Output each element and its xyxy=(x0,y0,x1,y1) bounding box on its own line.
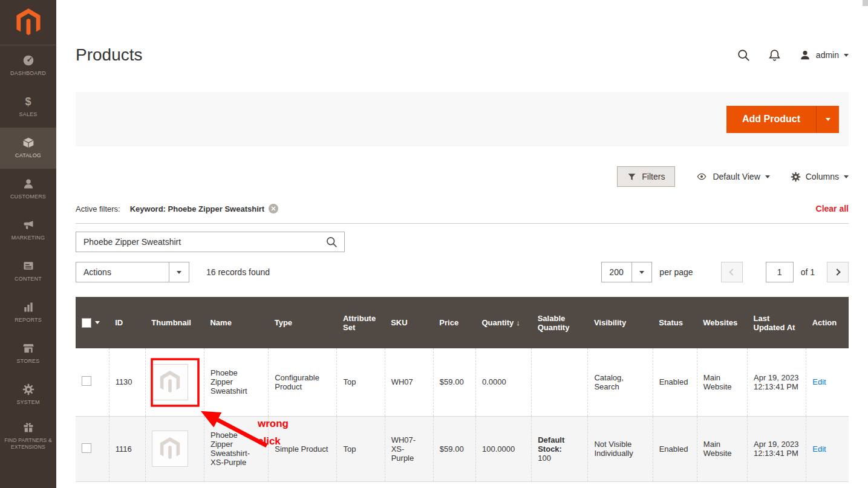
search-submit-icon[interactable] xyxy=(319,236,344,248)
sidebar-item-content[interactable]: CONTENT xyxy=(0,251,56,292)
eye-icon xyxy=(696,172,708,181)
column-header-price[interactable]: Price xyxy=(433,297,475,348)
search-input[interactable] xyxy=(76,237,319,247)
search-row xyxy=(76,232,849,252)
per-page-value: 200 xyxy=(602,262,631,282)
previous-page-button[interactable] xyxy=(721,262,743,282)
column-header-last-updated[interactable]: Last Updated At xyxy=(748,297,806,348)
sidebar-item-customers[interactable]: CUSTOMERS xyxy=(0,169,56,210)
product-thumbnail[interactable] xyxy=(152,364,188,400)
sidebar-item-find-partners[interactable]: FIND PARTNERS & EXTENSIONS xyxy=(0,415,56,457)
divider xyxy=(76,223,849,224)
total-pages-text: of 1 xyxy=(801,267,815,277)
catalog-icon xyxy=(22,137,34,149)
actions-select[interactable]: Actions xyxy=(76,262,189,282)
salable-stock-label: Default Stock: xyxy=(538,435,564,454)
admin-user-name: admin xyxy=(816,50,839,60)
table-row: 1130 Phoebe Zipper Sweatshirt Configurab… xyxy=(76,348,849,416)
edit-link[interactable]: Edit xyxy=(812,377,826,386)
column-header-quantity[interactable]: Quantity↓ xyxy=(476,297,532,348)
scrollbar-thumb[interactable] xyxy=(863,0,868,6)
per-page-select[interactable]: 200 xyxy=(601,262,652,282)
system-icon xyxy=(22,383,34,395)
cell-last-updated: Apr 19, 2023 12:13:41 PM xyxy=(748,348,806,416)
cell-attribute-set: Top xyxy=(337,416,385,481)
view-switcher-label: Default View xyxy=(713,172,760,181)
select-all-header[interactable] xyxy=(76,297,109,348)
row-checkbox[interactable] xyxy=(82,376,91,386)
find-partners-icon xyxy=(22,421,34,434)
keyword-filter-chip: Keyword: Phoebe Zipper Sweatshirt xyxy=(130,204,279,213)
sidebar-item-reports[interactable]: REPORTS xyxy=(0,292,56,333)
main-content: Products admin Add Product xyxy=(56,0,868,488)
column-header-status[interactable]: Status xyxy=(653,297,697,348)
sidebar-item-label: CUSTOMERS xyxy=(10,194,46,201)
sidebar-item-system[interactable]: SYSTEM xyxy=(0,374,56,415)
cell-price: $59.00 xyxy=(433,348,475,416)
cell-salable-quantity: Default Stock: 100 xyxy=(532,416,588,481)
column-header-id[interactable]: ID xyxy=(109,297,145,348)
cell-quantity: 100.0000 xyxy=(476,416,532,481)
stores-icon xyxy=(22,342,34,354)
column-header-attribute-set[interactable]: Attribute Set xyxy=(337,297,385,348)
page-actions-band: Add Product xyxy=(76,92,849,146)
column-header-action[interactable]: Action xyxy=(806,297,849,348)
edit-link[interactable]: Edit xyxy=(812,444,826,454)
magento-logo[interactable] xyxy=(0,0,56,45)
remove-filter-icon[interactable] xyxy=(269,204,278,213)
actions-select-value: Actions xyxy=(76,262,169,282)
magento-logo-icon xyxy=(16,8,41,36)
notifications-bell-icon[interactable] xyxy=(768,48,781,62)
chevron-down-icon xyxy=(639,271,644,274)
column-header-name[interactable]: Name xyxy=(204,297,268,348)
pagination-controls: 200 per page of 1 xyxy=(601,262,849,282)
select-all-checkbox[interactable] xyxy=(82,318,91,328)
global-search-icon[interactable] xyxy=(737,48,750,62)
active-filters-group: Active filters: Keyword: Phoebe Zipper S… xyxy=(76,204,278,213)
row-checkbox[interactable] xyxy=(82,443,91,453)
select-caret xyxy=(631,262,651,282)
column-header-type[interactable]: Type xyxy=(269,297,337,348)
sidebar-item-label: SALES xyxy=(19,111,37,119)
cell-type: Simple Product xyxy=(269,416,337,481)
sidebar-item-stores[interactable]: STORES xyxy=(0,333,56,374)
column-header-visibility[interactable]: Visibility xyxy=(588,297,653,348)
sidebar-item-label: FIND PARTNERS & EXTENSIONS xyxy=(1,437,55,451)
sidebar-item-label: DASHBOARD xyxy=(10,70,46,77)
cell-id: 1130 xyxy=(109,348,145,416)
columns-control[interactable]: Columns xyxy=(791,172,849,182)
grid-toolbar: Filters Default View Columns xyxy=(76,166,849,187)
sidebar-item-marketing[interactable]: MARKETING xyxy=(0,210,56,251)
dashboard-icon xyxy=(22,54,34,67)
magento-admin-products-page: DASHBOARD $ SALES CATALOG CUSTOMERS xyxy=(0,0,868,488)
grid-controls-row: Actions 16 records found 200 per page of… xyxy=(76,262,849,282)
column-header-thumbnail[interactable]: Thumbnail xyxy=(145,297,204,348)
cell-last-updated: Apr 19, 2023 12:13:41 PM xyxy=(748,416,806,481)
sidebar-item-label: MARKETING xyxy=(11,235,45,242)
next-page-button[interactable] xyxy=(827,262,849,282)
header-actions: admin xyxy=(737,48,849,62)
add-product-button[interactable]: Add Product xyxy=(726,106,839,133)
current-page-input[interactable] xyxy=(766,262,794,282)
column-header-sku[interactable]: SKU xyxy=(385,297,433,348)
marketing-icon xyxy=(22,219,34,231)
filters-button[interactable]: Filters xyxy=(617,166,675,187)
grid-header-row: ID Thumbnail Name Type Attribute Set SKU… xyxy=(76,297,849,348)
keyword-filter-text: Keyword: Phoebe Zipper Sweatshirt xyxy=(130,204,265,213)
chevron-down-icon xyxy=(177,271,181,274)
add-product-dropdown-toggle[interactable] xyxy=(816,106,839,133)
add-product-label[interactable]: Add Product xyxy=(726,106,816,133)
column-header-websites[interactable]: Websites xyxy=(697,297,747,348)
sidebar-item-dashboard[interactable]: DASHBOARD xyxy=(0,45,56,86)
quantity-header-label: Quantity xyxy=(482,318,514,327)
reports-icon xyxy=(22,301,34,313)
sidebar-item-catalog[interactable]: CATALOG xyxy=(0,128,56,169)
placeholder-image-icon xyxy=(160,371,180,394)
view-switcher[interactable]: Default View xyxy=(696,172,769,181)
sidebar-item-sales[interactable]: $ SALES xyxy=(0,86,56,128)
column-header-salable-quantity[interactable]: Salable Quantity xyxy=(532,297,588,348)
clear-all-link[interactable]: Clear all xyxy=(816,204,849,213)
product-thumbnail[interactable] xyxy=(152,431,188,467)
admin-account-menu[interactable]: admin xyxy=(799,49,849,61)
chevron-down-icon xyxy=(844,54,849,57)
